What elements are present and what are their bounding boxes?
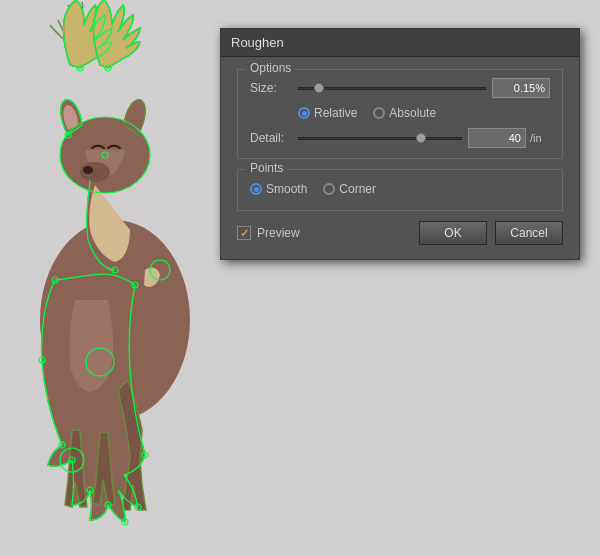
canvas-area: Roughen Options Size: 0.15% <box>0 0 600 556</box>
absolute-radio[interactable]: Absolute <box>373 106 436 120</box>
size-value: 0.15% <box>514 82 545 94</box>
size-label: Size: <box>250 81 298 95</box>
dialog-body: Options Size: 0.15% <box>221 57 579 259</box>
points-section-title: Points <box>246 161 287 175</box>
cancel-button[interactable]: Cancel <box>495 221 563 245</box>
dialog-titlebar: Roughen <box>221 29 579 57</box>
detail-slider-container <box>298 130 462 146</box>
detail-slider-thumb[interactable] <box>416 133 426 143</box>
size-slider-track[interactable] <box>298 87 486 90</box>
detail-value-box[interactable]: 40 <box>468 128 526 148</box>
size-slider-container <box>298 80 486 96</box>
deer-illustration <box>0 0 230 556</box>
points-section: Points Smooth Corner <box>237 169 563 211</box>
ok-button[interactable]: OK <box>419 221 487 245</box>
preview-row: Preview OK Cancel <box>237 221 563 245</box>
svg-point-4 <box>83 166 93 174</box>
smooth-radio-circle[interactable] <box>250 183 262 195</box>
size-slider-thumb[interactable] <box>314 83 324 93</box>
detail-unit: /in <box>530 132 550 144</box>
absolute-label: Absolute <box>389 106 436 120</box>
absolute-radio-circle[interactable] <box>373 107 385 119</box>
size-row: Size: 0.15% <box>250 78 550 98</box>
points-radio-row: Smooth Corner <box>250 178 550 200</box>
options-section-title: Options <box>246 61 295 75</box>
size-value-box[interactable]: 0.15% <box>492 78 550 98</box>
corner-radio-circle[interactable] <box>323 183 335 195</box>
detail-label: Detail: <box>250 131 298 145</box>
roughen-dialog: Roughen Options Size: 0.15% <box>220 28 580 260</box>
smooth-label: Smooth <box>266 182 307 196</box>
relative-radio-circle[interactable] <box>298 107 310 119</box>
relative-label: Relative <box>314 106 357 120</box>
button-row: OK Cancel <box>419 221 563 245</box>
relative-radio[interactable]: Relative <box>298 106 357 120</box>
detail-row: Detail: 40 /in <box>250 128 550 148</box>
corner-radio[interactable]: Corner <box>323 182 376 196</box>
size-radio-row: Relative Absolute <box>298 106 550 120</box>
dialog-title: Roughen <box>231 35 284 50</box>
preview-checkbox-box[interactable] <box>237 226 251 240</box>
preview-label: Preview <box>257 226 300 240</box>
detail-slider-track[interactable] <box>298 137 462 140</box>
corner-label: Corner <box>339 182 376 196</box>
preview-checkbox[interactable]: Preview <box>237 226 300 240</box>
smooth-radio[interactable]: Smooth <box>250 182 307 196</box>
options-section: Options Size: 0.15% <box>237 69 563 159</box>
detail-value: 40 <box>509 132 521 144</box>
